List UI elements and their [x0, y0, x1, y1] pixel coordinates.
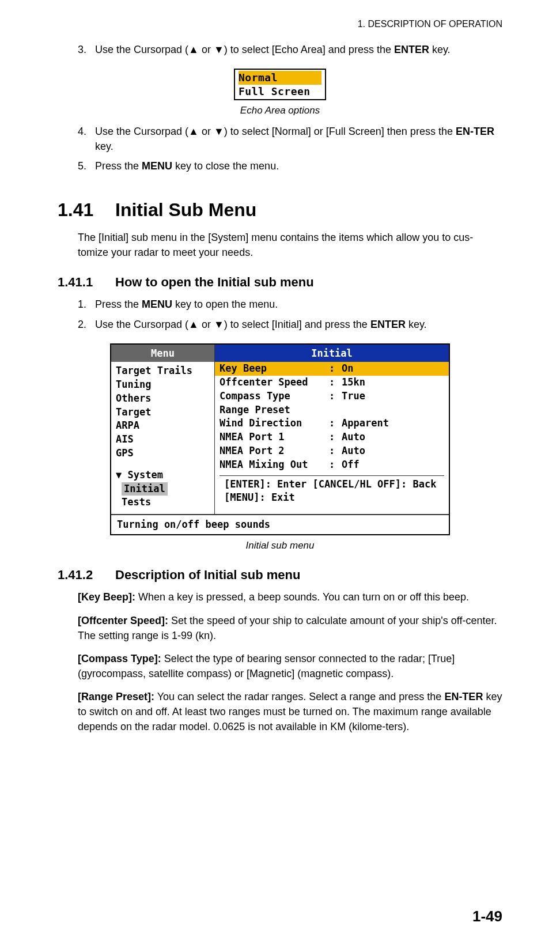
arrow-up-icon: [188, 319, 199, 330]
chapter-header: 1. DESCRIPTION OF OPERATION: [58, 17, 502, 31]
row-label: Key Beep: [220, 362, 329, 376]
steps-1411: 1. Press the MENU key to open the menu. …: [58, 297, 502, 331]
heading-number: 1.41.2: [58, 566, 115, 584]
desc-text: When a key is pressed, a beep sounds. Yo…: [135, 591, 469, 603]
text-pre: Use the Cursorpad (: [95, 319, 188, 330]
echo-caption: Echo Area options: [58, 104, 502, 118]
text-mid: or: [199, 319, 214, 330]
heading-1-41-1: 1.41.1 How to open the Initial sub menu: [58, 273, 502, 292]
menu-left-body: Target Trails Tuning Others Target ARPA …: [111, 362, 215, 514]
menu-caption: Initial sub menu: [58, 539, 502, 553]
text-pre: Use the Cursorpad (: [95, 44, 188, 55]
desc-label: [Key Beep]:: [78, 591, 135, 603]
row-value: True: [342, 390, 444, 403]
menu-row-key-beep[interactable]: Key Beep:On: [215, 362, 449, 376]
row-label: NMEA Mixing Out: [220, 458, 329, 472]
key-enter: EN-TER: [444, 691, 483, 702]
menu-row-range-preset[interactable]: Range Preset: [220, 403, 444, 417]
heading-number: 1.41: [58, 196, 115, 223]
heading-text: Initial Sub Menu: [115, 196, 256, 223]
menu-right-body: Key Beep:On Offcenter Speed:15kn Compass…: [215, 362, 449, 514]
key-menu: MENU: [142, 160, 172, 172]
text-tail: key.: [95, 141, 113, 152]
row-colon: :: [329, 390, 342, 403]
arrow-down-icon: [214, 319, 224, 330]
steps-top: 3. Use the Cursorpad ( or ) to select [E…: [58, 42, 502, 57]
step-5: 5. Press the MENU key to close the menu.: [78, 158, 502, 173]
text-pre: Press the: [95, 298, 142, 310]
row-colon: :: [329, 458, 342, 472]
echo-option-fullscreen[interactable]: Full Screen: [239, 85, 311, 97]
initial-submenu-screenshot: Menu Target Trails Tuning Others Target …: [110, 343, 450, 535]
row-value: [342, 403, 444, 417]
text-pre: Use the Cursorpad (: [95, 126, 188, 137]
step-number: 5.: [78, 158, 95, 173]
heading-text: How to open the Initial sub menu: [115, 273, 314, 292]
row-colon: :: [329, 417, 342, 430]
menu-row-nmea-port-1[interactable]: NMEA Port 1:Auto: [220, 430, 444, 444]
menu-row-compass-type[interactable]: Compass Type:True: [220, 390, 444, 403]
key-menu: MENU: [142, 298, 172, 310]
menu-item-target[interactable]: Target: [116, 406, 210, 419]
page-container: 1. DESCRIPTION OF OPERATION 3. Use the C…: [0, 0, 560, 945]
menu-item-arpa[interactable]: ARPA: [116, 419, 210, 433]
desc-compass-type: [Compass Type]: Select the type of beari…: [78, 651, 502, 681]
row-value: 15kn: [342, 376, 444, 390]
menu-row-nmea-mixing-out[interactable]: NMEA Mixing Out:Off: [220, 458, 444, 472]
row-value: On: [342, 362, 444, 376]
menu-item-tuning[interactable]: Tuning: [116, 378, 210, 392]
step-text: Use the Cursorpad ( or ) to select [Norm…: [95, 124, 502, 154]
menu-item-system[interactable]: ▼ System: [116, 468, 210, 482]
desc-label: [Range Preset]:: [78, 691, 154, 702]
menu-item-others[interactable]: Others: [116, 392, 210, 406]
text-mid: or: [199, 126, 214, 137]
menu-item-target-trails[interactable]: Target Trails: [116, 364, 210, 378]
row-colon: :: [329, 430, 342, 444]
menu-row-wind-direction[interactable]: Wind Direction:Apparent: [220, 417, 444, 430]
menu-item-ais[interactable]: AIS: [116, 433, 210, 447]
menu-item-initial-selected[interactable]: Initial: [122, 482, 168, 496]
menu-right-panel: Initial Key Beep:On Offcenter Speed:15kn…: [215, 345, 449, 515]
row-label: NMEA Port 2: [220, 444, 329, 458]
row-label: Wind Direction: [220, 417, 329, 430]
row-label: Offcenter Speed: [220, 376, 329, 390]
row-value: Off: [342, 458, 444, 472]
section-intro: The [Initial] sub menu in the [System] m…: [78, 230, 502, 260]
menu-status-bar: Turning on/off beep sounds: [111, 515, 449, 534]
step-number: 1.: [78, 297, 95, 312]
menu-row-nmea-port-2[interactable]: NMEA Port 2:Auto: [220, 444, 444, 458]
step-1: 1. Press the MENU key to open the menu.: [78, 297, 502, 312]
row-colon: :: [329, 362, 342, 376]
text-tail: key to close the menu.: [172, 160, 279, 172]
row-colon: [329, 403, 342, 417]
step-text: Use the Cursorpad ( or ) to select [Init…: [95, 317, 502, 332]
row-label: Range Preset: [220, 403, 329, 417]
echo-option-normal[interactable]: Normal: [239, 71, 321, 84]
step-number: 3.: [78, 42, 95, 57]
arrow-down-icon: [214, 44, 224, 55]
desc-offcenter-speed: [Offcenter Speed]: Set the speed of your…: [78, 613, 502, 643]
menu-item-tests[interactable]: Tests: [116, 496, 210, 509]
desc-text-1: You can select the radar ranges. Select …: [154, 691, 444, 702]
step-text: Use the Cursorpad ( or ) to select [Echo…: [95, 42, 502, 57]
text-post: ) to select [Initial] and press the: [224, 319, 370, 330]
row-value: Auto: [342, 444, 444, 458]
desc-range-preset: [Range Preset]: You can select the radar…: [78, 689, 502, 734]
key-enter: ENTER: [394, 44, 429, 55]
menu-row-offcenter-speed[interactable]: Offcenter Speed:15kn: [220, 376, 444, 390]
text-post: ) to select [Normal] or [Full Screen] th…: [224, 126, 456, 137]
menu-right-header: Initial: [215, 345, 449, 362]
step-number: 4.: [78, 124, 95, 154]
row-label: NMEA Port 1: [220, 430, 329, 444]
menu-left-header: Menu: [111, 345, 215, 362]
heading-number: 1.41.1: [58, 273, 115, 292]
page-number: 1-49: [472, 906, 502, 928]
row-value: Auto: [342, 430, 444, 444]
menu-item-gps[interactable]: GPS: [116, 447, 210, 460]
footer-line-2: [MENU]: Exit: [224, 491, 440, 504]
desc-key-beep: [Key Beep]: When a key is pressed, a bee…: [78, 589, 502, 604]
arrow-up-icon: [188, 126, 199, 137]
menu-top-row: Menu Target Trails Tuning Others Target …: [111, 345, 449, 516]
desc-label: [Offcenter Speed]:: [78, 615, 168, 626]
text-tail: key to open the menu.: [172, 298, 278, 310]
